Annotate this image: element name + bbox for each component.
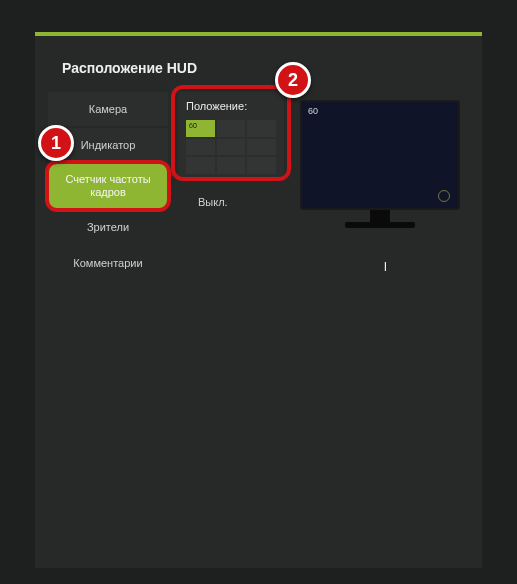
page-title: Расположение HUD bbox=[62, 60, 197, 76]
pos-top-left[interactable] bbox=[186, 120, 215, 137]
position-panel: Положение: bbox=[178, 92, 284, 180]
position-grid bbox=[186, 120, 276, 174]
pos-mid-left[interactable] bbox=[186, 139, 215, 156]
pos-bot-center[interactable] bbox=[217, 157, 246, 174]
sidebar-item-comments[interactable]: Комментарии bbox=[48, 246, 168, 280]
nvidia-logo-icon bbox=[438, 190, 450, 202]
pos-bot-left[interactable] bbox=[186, 157, 215, 174]
pos-top-center[interactable] bbox=[217, 120, 246, 137]
monitor-screen: 60 bbox=[300, 100, 460, 210]
sidebar-item-viewers[interactable]: Зрители bbox=[48, 210, 168, 244]
preview-fps-value: 60 bbox=[308, 106, 318, 116]
cursor-icon: I bbox=[384, 260, 387, 274]
pos-mid-center[interactable] bbox=[217, 139, 246, 156]
sidebar-item-indicator[interactable]: Индикатор bbox=[48, 128, 168, 162]
pos-top-right[interactable] bbox=[247, 120, 276, 137]
monitor-base bbox=[345, 222, 415, 228]
pos-bot-right[interactable] bbox=[247, 157, 276, 174]
pos-mid-right[interactable] bbox=[247, 139, 276, 156]
hud-sidebar: Камера Индикатор Счетчик частоты кадров … bbox=[48, 92, 168, 282]
position-off[interactable]: Выкл. bbox=[198, 196, 228, 208]
monitor-stand bbox=[370, 210, 390, 222]
position-label: Положение: bbox=[186, 100, 247, 112]
preview-monitor: 60 bbox=[300, 100, 460, 228]
sidebar-item-camera[interactable]: Камера bbox=[48, 92, 168, 126]
sidebar-item-fps-counter[interactable]: Счетчик частоты кадров bbox=[48, 164, 168, 208]
